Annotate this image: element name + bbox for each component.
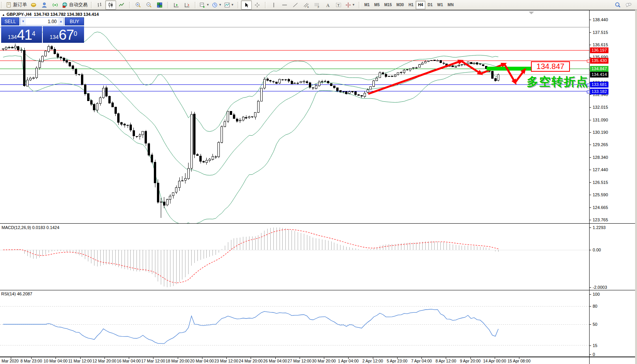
cursor-button[interactable]	[241, 0, 252, 10]
equidistant-channel-button[interactable]: E	[301, 0, 312, 10]
timeframe-h4-button[interactable]: H4	[416, 1, 425, 9]
indicators-button[interactable]: ▼	[198, 0, 211, 10]
crosshair-button[interactable]	[252, 0, 263, 10]
price-axis[interactable]: 138.440137.515136.615135.690134.765133.8…	[589, 10, 635, 364]
line-chart-button[interactable]	[116, 0, 127, 10]
cursor-icon	[243, 2, 249, 8]
time-axis[interactable]: Mar 20208 Mar 23:0010 Mar 04:0011 Mar 12…	[0, 357, 637, 364]
templates-button[interactable]: ▼	[223, 0, 235, 10]
timeframe-m5-button[interactable]: M5	[372, 1, 382, 9]
time-axis-label: 24 Mar 20:00	[239, 359, 263, 363]
auto-trading-button-label: 自动交易	[69, 2, 88, 8]
rsi-tick-label: 100	[593, 292, 600, 297]
candlestick-button[interactable]	[105, 0, 116, 10]
rsi-line	[3, 309, 498, 344]
timeframe-mn-button[interactable]: MN	[445, 1, 456, 9]
macd-canvas[interactable]	[0, 224, 589, 290]
text-button[interactable]: A	[322, 0, 333, 10]
arrows-button[interactable]: ▼	[344, 0, 356, 10]
price-tick-label: 126.515	[593, 180, 608, 185]
turning-point-note[interactable]: 多空转折点	[527, 74, 588, 90]
support-level-bar[interactable]	[487, 67, 536, 71]
auto-scroll-button[interactable]	[171, 0, 182, 10]
price-tick-label: 125.590	[593, 192, 608, 197]
axis-tick	[590, 120, 591, 120]
timeframe-m15-button[interactable]: M15	[382, 1, 394, 9]
signals-button[interactable]	[50, 0, 61, 10]
time-axis-label: 16 Mar 04:00	[117, 359, 141, 363]
time-axis-label: 5 Apr 23:00	[387, 359, 408, 363]
price-level-label[interactable]: 133.182	[590, 89, 608, 94]
vertical-line-button[interactable]	[268, 0, 279, 10]
line-drag-handle[interactable]	[587, 60, 590, 62]
new-order-icon	[6, 2, 12, 8]
time-axis-label: 1 Apr 04:00	[338, 359, 359, 363]
tile-windows-button[interactable]	[154, 0, 165, 10]
trendline-icon	[292, 2, 298, 8]
chat-button[interactable]	[623, 0, 634, 10]
rsi-pane[interactable]: RSI(14) 46.2087	[0, 291, 637, 357]
volume-increase-button[interactable]: ▲	[58, 18, 64, 25]
price-level-label[interactable]: 134.414	[590, 72, 608, 78]
price-tick-label: 130.190	[593, 130, 608, 135]
line-drag-handle[interactable]	[587, 91, 590, 93]
axis-tick	[590, 354, 591, 355]
volume-decrease-button[interactable]: ▼	[20, 18, 26, 25]
search-button[interactable]	[612, 0, 623, 10]
horizontal-line-button[interactable]	[279, 0, 290, 10]
price-callout-box[interactable]: 134.847	[531, 61, 570, 72]
time-axis-label: 11 Mar 12:00	[68, 359, 92, 363]
price-tick-label: 131.090	[593, 118, 608, 122]
price-level-label[interactable]: 134.847	[590, 66, 608, 72]
deposit-icon	[30, 2, 37, 8]
profile-button[interactable]	[39, 0, 50, 10]
buy-button[interactable]: BUY	[65, 17, 84, 25]
sell-price-button[interactable]: 134414	[1, 26, 42, 43]
chart-window[interactable]: MACD(12,26,9) 0.0183 0.1424 RSI(14) 46.2…	[0, 10, 637, 364]
chevron-down-icon[interactable]: ▼	[219, 3, 222, 7]
time-axis-tick	[226, 357, 227, 359]
price-pane[interactable]	[0, 10, 637, 224]
autotrading-icon	[62, 2, 68, 8]
fibonacci-button[interactable]: F	[312, 0, 322, 10]
axis-tick	[590, 182, 591, 183]
deposit-button[interactable]	[28, 0, 39, 10]
chart-shift-button[interactable]	[182, 0, 192, 10]
bollinger-bands	[3, 27, 498, 224]
zoom-in-button[interactable]	[133, 0, 143, 10]
price-level-label[interactable]: 135.430	[590, 58, 608, 64]
timeframe-w1-button[interactable]: W1	[435, 1, 445, 9]
timeframe-m30-button[interactable]: M30	[394, 1, 406, 9]
auto-trading-button[interactable]: 自动交易	[61, 0, 89, 10]
time-axis-tick	[56, 357, 56, 359]
axis-tick	[590, 107, 591, 108]
volume-input[interactable]	[26, 18, 58, 25]
collapse-icon[interactable]: ▲	[2, 13, 5, 17]
macd-pane[interactable]: MACD(12,26,9) 0.0183 0.1424	[0, 224, 637, 290]
trendline-button[interactable]	[290, 0, 301, 10]
price-level-label[interactable]: 136.197	[590, 47, 608, 53]
sell-button[interactable]: SELL	[1, 17, 19, 25]
timeframe-h1-button[interactable]: H1	[406, 1, 416, 9]
price-chart-canvas[interactable]	[0, 10, 589, 223]
zoom-out-button[interactable]	[143, 0, 154, 10]
axis-tick	[590, 170, 591, 170]
axis-tick	[590, 250, 591, 250]
timeframe-d1-button[interactable]: D1	[425, 1, 435, 9]
new-order-button[interactable]: 新订单	[5, 0, 28, 10]
price-level-label[interactable]: 133.681	[590, 82, 608, 88]
chevron-down-icon[interactable]: ▼	[231, 3, 234, 7]
timeframe-m1-button[interactable]: M1	[362, 1, 372, 9]
rsi-canvas[interactable]	[0, 291, 589, 356]
text-label-button[interactable]: T	[333, 0, 344, 10]
time-axis-label: 17 Mar 12:00	[141, 359, 165, 363]
axis-tick	[590, 45, 591, 45]
chevron-down-icon[interactable]: ▼	[352, 3, 355, 7]
chevron-down-icon[interactable]: ▼	[206, 3, 209, 7]
rsi-label: RSI(14) 46.2087	[1, 292, 32, 296]
buy-price-button[interactable]: 134670	[43, 26, 84, 43]
axis-tick	[590, 228, 591, 228]
bar-chart-button[interactable]	[94, 0, 105, 10]
tile-windows-icon	[157, 2, 163, 8]
periods-button[interactable]: ▼	[211, 0, 223, 10]
